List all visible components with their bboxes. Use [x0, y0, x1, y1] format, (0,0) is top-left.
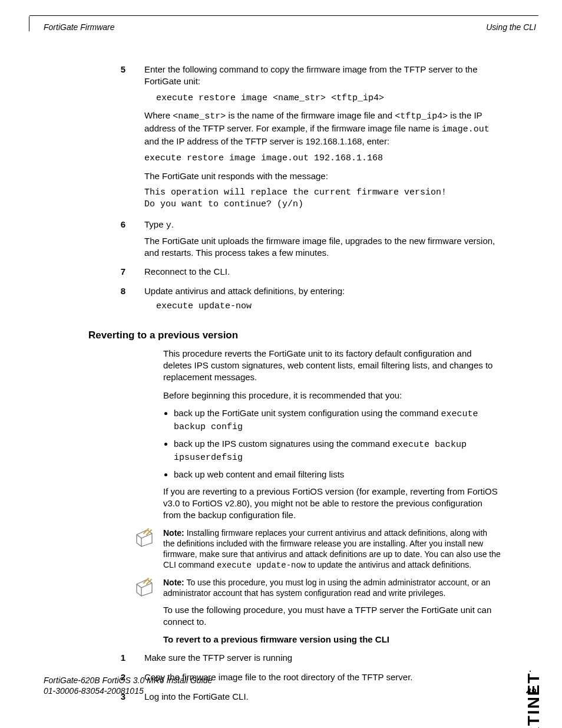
- sub-heading: To revert to a previous firmware version…: [163, 634, 501, 645]
- list-item: back up web content and email filtering …: [174, 469, 501, 480]
- step-5: 5 Enter the following command to copy th…: [88, 64, 501, 216]
- step-text: Reconnect to the CLI.: [144, 266, 501, 278]
- step-6: 6 Type y. The FortiGate unit uploads the…: [88, 219, 501, 263]
- step-b1: 1 Make sure the TFTP server is running: [88, 652, 501, 669]
- note-block: Note: Installing firmware replaces your …: [88, 528, 501, 571]
- page-content: 5 Enter the following command to copy th…: [88, 64, 501, 710]
- step-number: 8: [88, 285, 144, 318]
- step-text: The FortiGate unit responds with the mes…: [144, 170, 501, 182]
- code-block: execute update-now: [156, 301, 501, 312]
- section-heading: Reverting to a previous version: [88, 329, 501, 342]
- body-text: Before beginning this procedure, it is r…: [163, 390, 501, 401]
- step-number: 6: [88, 219, 144, 263]
- list-item: back up the IPS custom signatures using …: [174, 438, 501, 464]
- note-icon: [88, 528, 163, 548]
- step-number: 7: [88, 266, 144, 283]
- step-7: 7 Reconnect to the CLI.: [88, 266, 501, 283]
- list-item: back up the FortiGate unit system config…: [174, 407, 501, 433]
- note-text: Note: To use this procedure, you must lo…: [163, 577, 501, 598]
- running-header-left: FortiGate Firmware: [44, 22, 115, 32]
- step-text: Enter the following command to copy the …: [144, 64, 501, 87]
- bullet-list: back up the FortiGate unit system config…: [163, 407, 501, 480]
- code-block: execute restore image <name_str> <tftp_i…: [156, 93, 501, 104]
- note-icon: [88, 577, 163, 597]
- step-text: Update antivirus and attack definitions,…: [144, 285, 501, 297]
- body-text: To use the following procedure, you must…: [163, 604, 501, 628]
- step-number: 5: [88, 64, 144, 216]
- step-8: 8 Update antivirus and attack definition…: [88, 285, 501, 318]
- footer-line1: FortiGate-620B FortiOS 3.0 MR6 Install G…: [44, 676, 212, 685]
- footer-line2: 01-30006-83054-20081015: [44, 686, 144, 696]
- body-text: This procedure reverts the FortiGate uni…: [163, 348, 501, 383]
- footer: FortiGate-620B FortiOS 3.0 MR6 Install G…: [44, 676, 212, 696]
- step-text: Make sure the TFTP server is running: [144, 652, 501, 664]
- step-number: 1: [88, 652, 144, 669]
- code-block: This operation will replace the current …: [144, 187, 501, 210]
- code-block: execute restore image image.out 192.168.…: [144, 153, 501, 164]
- note-block: Note: To use this procedure, you must lo…: [88, 577, 501, 598]
- note-text: Note: Installing firmware replaces your …: [163, 528, 501, 571]
- step-text: Where <name_str> is the name of the firm…: [144, 110, 501, 147]
- brand-logo: F::RTINET.: [524, 669, 543, 728]
- step-text: The FortiGate unit uploads the firmware …: [144, 235, 501, 259]
- step-text: Type y.: [144, 219, 501, 232]
- body-text: If you are reverting to a previous Forti…: [163, 486, 501, 521]
- running-header-right: Using the CLI: [486, 22, 536, 32]
